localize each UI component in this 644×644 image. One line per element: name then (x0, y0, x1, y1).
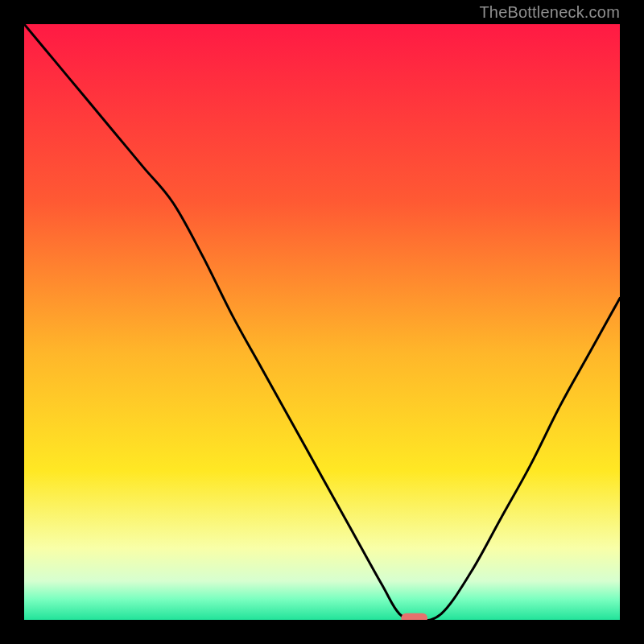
plot-area (24, 24, 620, 620)
chart-svg (24, 24, 620, 620)
bottleneck-curve (24, 24, 620, 620)
optimal-marker (401, 613, 427, 620)
watermark-text: TheBottleneck.com (479, 3, 620, 22)
chart-frame: TheBottleneck.com (0, 0, 644, 644)
